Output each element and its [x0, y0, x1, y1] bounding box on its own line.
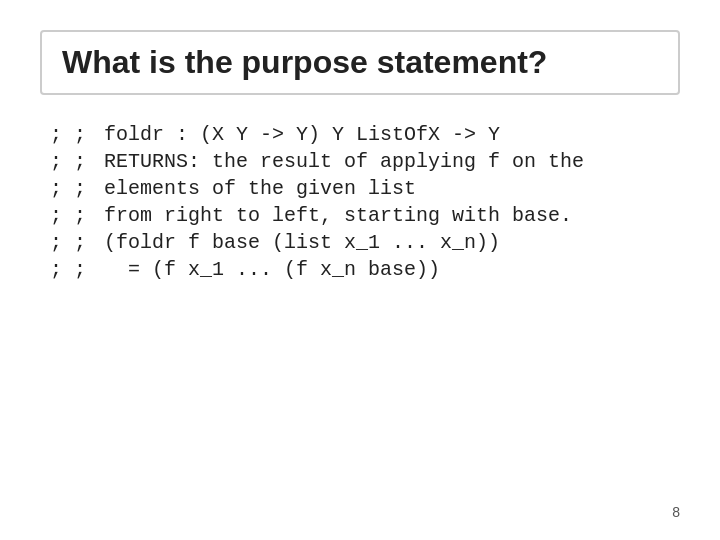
line-prefix: ; ;: [50, 150, 92, 173]
code-line: ; ; (foldr f base (list x_1 ... x_n)): [50, 231, 680, 254]
line-content: elements of the given list: [92, 177, 416, 200]
code-line: ; ; RETURNS: the result of applying f on…: [50, 150, 680, 173]
code-line: ; ; from right to left, starting with ba…: [50, 204, 680, 227]
line-prefix: ; ;: [50, 123, 92, 146]
page-title: What is the purpose statement?: [62, 44, 547, 80]
code-line: ; ; foldr : (X Y -> Y) Y ListOfX -> Y: [50, 123, 680, 146]
page-number: 8: [40, 494, 680, 520]
line-prefix: ; ;: [50, 231, 92, 254]
line-content: from right to left, starting with base.: [92, 204, 572, 227]
code-line: ; ; = (f x_1 ... (f x_n base)): [50, 258, 680, 281]
code-block: ; ; foldr : (X Y -> Y) Y ListOfX -> Y; ;…: [40, 123, 680, 494]
line-prefix: ; ;: [50, 204, 92, 227]
line-content: foldr : (X Y -> Y) Y ListOfX -> Y: [92, 123, 500, 146]
line-content: RETURNS: the result of applying f on the: [92, 150, 584, 173]
code-line: ; ; elements of the given list: [50, 177, 680, 200]
line-content: = (f x_1 ... (f x_n base)): [92, 258, 440, 281]
line-prefix: ; ;: [50, 258, 92, 281]
line-content: (foldr f base (list x_1 ... x_n)): [92, 231, 500, 254]
title-box: What is the purpose statement?: [40, 30, 680, 95]
line-prefix: ; ;: [50, 177, 92, 200]
